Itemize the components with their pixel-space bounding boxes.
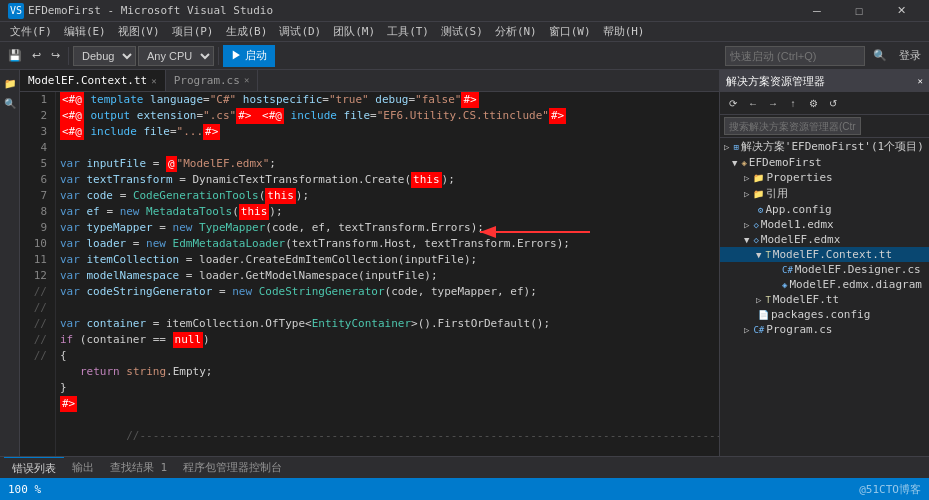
solution-tree: ▷ ⊞ 解决方案'EFDemoFirst'(1个项目) ▼ ◈ EFDemoFi… [720,138,929,456]
tab-modelef-context[interactable]: ModelEF.Context.tt ✕ [20,70,166,91]
maximize-button[interactable]: □ [839,0,879,22]
tree-diagram-label: ModelEF.edmx.diagram [789,278,921,291]
modelef-file-icon: ◇ [753,235,758,245]
se-search-input[interactable] [724,117,861,135]
redo-button[interactable]: ↪ [47,45,64,67]
tree-model1edmx[interactable]: ▷ ◇ Model1.edmx [720,217,929,232]
diagram-file-icon: ◈ [782,280,787,290]
packages-file-icon: 📄 [758,310,769,320]
project-expand-icon: ▼ [732,158,737,168]
code-line-h2: <#@ output extension=".cs" #> <#@ includ… [60,108,715,124]
contexttt-expand-icon: ▼ [756,250,761,260]
bottom-tab-find-results[interactable]: 查找结果 1 [102,457,175,479]
se-up-button[interactable]: ↑ [784,94,802,112]
tree-project[interactable]: ▼ ◈ EFDemoFirst [720,155,929,170]
tree-packagesconfig-label: packages.config [771,308,870,321]
solution-explorer: 解决方案资源管理器 ✕ ⟳ ← → ↑ ⚙ ↺ ▷ ⊞ 解决方案'EFDemoF… [719,70,929,456]
tree-modelef-diagram[interactable]: ◈ ModelEF.edmx.diagram [720,277,929,292]
explorer-icon[interactable]: 📁 [1,74,19,92]
menu-view[interactable]: 视图(V) [112,22,166,42]
tree-contexttt-label: ModelEF.Context.tt [773,248,892,261]
status-bar: 100 % @51CTO博客 [0,478,929,500]
code-line-4: var ef = new MetadataTools ( this ); [60,204,715,220]
code-line-6: var loader = new EdmMetadataLoader (text… [60,236,715,252]
menu-debug[interactable]: 调试(D) [273,22,327,42]
solution-file-icon: ⊞ [733,142,738,152]
main-layout: 📁 🔍 ModelEF.Context.tt ✕ Program.cs ✕ 1 [0,70,929,456]
tree-modelef-designer-cs[interactable]: C# ModelEF.Designer.cs [720,262,929,277]
code-line-1: var inputFile = @ "ModelEF.edmx" ; [60,156,715,172]
menu-build[interactable]: 生成(B) [220,22,274,42]
tree-references[interactable]: ▷ 📁 引用 [720,185,929,202]
code-line-hashend: #> [60,396,715,412]
se-refresh-button[interactable]: ↺ [824,94,842,112]
editor-body: 1 2 3 4 5 6 7 8 9 10 11 12 // // // [20,92,719,456]
activity-bar: 📁 🔍 [0,70,20,456]
menu-project[interactable]: 项目(P) [166,22,220,42]
status-right: @51CTO博客 [859,482,921,497]
tree-modelefedmx-label: ModelEF.edmx [761,233,840,246]
code-line-blank1 [60,140,715,156]
se-search-container [720,115,929,138]
contexttt-file-icon: T [765,250,770,260]
tree-packages-config[interactable]: 📄 packages.config [720,307,929,322]
modeleftt-file-icon: T [765,295,770,305]
se-properties-button[interactable]: ⚙ [804,94,822,112]
debug-config-dropdown[interactable]: Debug [73,46,136,66]
tree-properties[interactable]: ▷ 📁 Properties [720,170,929,185]
editor-wrapper: ModelEF.Context.tt ✕ Program.cs ✕ 1 2 3 … [20,70,719,456]
code-line-11: if (container == null ) [60,332,715,348]
close-button[interactable]: ✕ [881,0,921,22]
undo-button[interactable]: ↩ [28,45,45,67]
references-folder-icon: 📁 [753,189,764,199]
tab-close-modelef[interactable]: ✕ [151,76,156,86]
bottom-tab-errors[interactable]: 错误列表 [4,457,64,479]
separator-2 [218,47,219,65]
tree-model1edmx-label: Model1.edmx [761,218,834,231]
code-line-14: } [60,380,715,396]
properties-expand-icon: ▷ [744,173,749,183]
search-button[interactable]: 🔍 [869,45,891,67]
menu-tools[interactable]: 工具(T) [381,22,435,42]
menu-bar: 文件(F) 编辑(E) 视图(V) 项目(P) 生成(B) 调试(D) 团队(M… [0,22,929,42]
code-line-7: var itemCollection = loader.CreateEdmIte… [60,252,715,268]
se-sync-button[interactable]: ⟳ [724,94,742,112]
tree-project-label: EFDemoFirst [749,156,822,169]
tree-program-cs[interactable]: ▷ C# Program.cs [720,322,929,337]
appconfig-file-icon: ⚙ [758,205,763,215]
tree-modelef-tt[interactable]: ▷ T ModelEF.tt [720,292,929,307]
se-back-button[interactable]: ← [744,94,762,112]
tree-solution[interactable]: ▷ ⊞ 解决方案'EFDemoFirst'(1个项目) [720,138,929,155]
signin-button[interactable]: 登录 [895,45,925,67]
save-button[interactable]: 💾 [4,45,26,67]
close-solution-explorer[interactable]: ✕ [918,76,923,86]
menu-edit[interactable]: 编辑(E) [58,22,112,42]
window-controls: ─ □ ✕ [797,0,921,22]
code-editor[interactable]: <#@ template language="C#" hostspecific=… [56,92,719,456]
tree-appconfig[interactable]: ⚙ App.config [720,202,929,217]
vs-icon: VS [8,3,24,19]
menu-window[interactable]: 窗口(W) [543,22,597,42]
minimize-button[interactable]: ─ [797,0,837,22]
menu-file[interactable]: 文件(F) [4,22,58,42]
tree-modelef-context-tt[interactable]: ▼ T ModelEF.Context.tt [720,247,929,262]
tab-program-cs[interactable]: Program.cs ✕ [166,70,259,91]
menu-analyze[interactable]: 分析(N) [489,22,543,42]
bottom-tab-package-manager[interactable]: 程序包管理器控制台 [175,457,290,479]
tab-close-program[interactable]: ✕ [244,75,249,85]
se-forward-button[interactable]: → [764,94,782,112]
bottom-tab-output[interactable]: 输出 [64,457,102,479]
menu-help[interactable]: 帮助(H) [597,22,651,42]
tree-modeleftt-label: ModelEF.tt [773,293,839,306]
cpu-dropdown[interactable]: Any CPU [138,46,214,66]
code-line-5: var typeMapper = new TypeMapper (code, e… [60,220,715,236]
tree-modelefedmx[interactable]: ▼ ◇ ModelEF.edmx [720,232,929,247]
menu-team[interactable]: 团队(M) [327,22,381,42]
search-icon[interactable]: 🔍 [1,94,19,112]
code-line-h3: <#@ include file="... #> [60,124,715,140]
tree-solution-label: 解决方案'EFDemoFirst'(1个项目) [741,139,924,154]
menu-test[interactable]: 测试(S) [435,22,489,42]
start-button[interactable]: ▶ 启动 [223,45,275,67]
quick-launch-input[interactable] [725,46,865,66]
tree-designercs-label: ModelEF.Designer.cs [795,263,921,276]
